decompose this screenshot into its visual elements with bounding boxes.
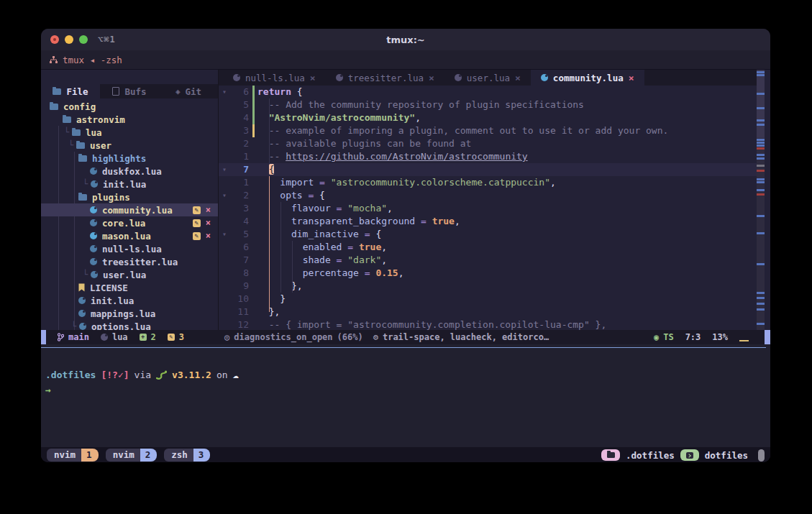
scroll-percent: 13% (712, 332, 728, 342)
code-line[interactable]: ▾2 opts = { (219, 189, 757, 202)
mode-indicator (41, 330, 46, 344)
tree-item-label: init.lua (91, 295, 134, 306)
shell-pane[interactable]: .dotfiles [!?✓] via v3.11.2 on ☁ → (41, 344, 770, 447)
code-line[interactable]: 12 -- { import = "astrocommunity.complet… (219, 318, 757, 330)
lua-icon (336, 74, 343, 81)
close-icon[interactable]: × (429, 73, 434, 83)
tmux-window-2[interactable]: nvim2 (106, 449, 158, 462)
close-button[interactable] (50, 35, 59, 44)
treesitter-label: TS (663, 332, 673, 342)
diagnostics-segment[interactable]: ◎ diagnostics_on_open (66%) (224, 332, 363, 342)
tree-item-mason-lua[interactable]: mason.lua✎× (41, 229, 218, 242)
lua-icon (90, 206, 97, 214)
zoom-button[interactable] (79, 35, 88, 44)
git-added-segment[interactable]: + 2 (140, 332, 156, 342)
close-icon[interactable]: × (515, 73, 521, 83)
code-line[interactable]: 11 }, (219, 306, 757, 318)
window-title: tmux:~ (41, 35, 770, 45)
code-line[interactable]: ▾7 { (219, 163, 757, 176)
token-bool: true (359, 242, 381, 252)
tree-item-label: mason.lua (102, 231, 151, 242)
line-number: 6 (230, 86, 249, 98)
close-icon[interactable]: × (629, 73, 634, 83)
tree-item-astronvim[interactable]: astronvim (41, 113, 218, 126)
tree-item-lua[interactable]: └lua (41, 126, 218, 139)
tree-connector: └ (83, 270, 91, 280)
git-changed-segment[interactable]: ✎ 3 (168, 332, 184, 342)
tmux-window-3[interactable]: zsh3 (164, 449, 210, 462)
token-fg: } (257, 293, 286, 304)
tree-item-community-lua[interactable]: community.lua✎× (41, 203, 218, 216)
sidebar-tab-git[interactable]: ◈ Git (159, 84, 218, 98)
scrollbar-mark (757, 303, 765, 305)
code-line[interactable]: 10 } (219, 293, 757, 306)
sidebar-tab-file[interactable]: File (41, 84, 100, 98)
tree-item-core-lua[interactable]: core.lua✎× (41, 216, 218, 229)
code-line[interactable]: 6 enabled = true, (219, 241, 757, 254)
editor[interactable]: ▾6return {5 -- Add the community reposit… (219, 86, 757, 330)
tree-item-LICENSE[interactable]: LICENSE (41, 281, 218, 294)
tree-item-user[interactable]: └user (41, 139, 218, 152)
scrollbar-thumb[interactable] (757, 70, 765, 138)
fold-column (219, 202, 230, 215)
code-text: -- https://github.com/AstroNvim/astrocom… (257, 150, 757, 163)
close-icon[interactable]: × (310, 73, 316, 83)
code-line[interactable]: 9 }, (219, 280, 757, 293)
minimize-button[interactable] (65, 35, 73, 44)
buffer-tab[interactable]: null-ls.lua× (223, 70, 326, 86)
tree-item-plugins[interactable]: plugins (41, 191, 218, 203)
tree-item-init-lua[interactable]: └init.lua (41, 178, 218, 191)
token-fg (257, 112, 269, 123)
code-line[interactable]: 7 shade = "dark", (219, 254, 757, 267)
git-branch-segment[interactable]: main (58, 332, 89, 342)
code-line[interactable]: 1 -- https://github.com/AstroNvim/astroc… (219, 150, 757, 163)
fold-column (219, 137, 230, 150)
token-id: dim_inactive (291, 229, 359, 239)
code-line[interactable]: 3 flavour = "mocha", (219, 202, 757, 215)
tree-item-null-ls-lua[interactable]: null-ls.lua (41, 242, 218, 255)
token-op: = (303, 190, 319, 201)
git-sign-column (249, 306, 257, 318)
tmux-window-1[interactable]: nvim1 (47, 449, 99, 462)
python-snake-icon (156, 370, 167, 380)
tree-item-config[interactable]: config (41, 100, 218, 113)
token-fg (257, 216, 291, 226)
titlebar[interactable]: ⌥⌘1 tmux:~ (41, 29, 770, 50)
token-kw: return (257, 86, 291, 97)
token-fg: , (550, 177, 556, 188)
tree-item-highlights[interactable]: highlights (41, 152, 218, 165)
statusline: main lua + 2 ✎ 3 ◎ diagnostics_on_open (… (41, 330, 770, 344)
lsp-segment[interactable]: ⚙ trail-space, luacheck, editorco… (373, 332, 549, 342)
code-line[interactable]: ▾6return { (219, 86, 757, 98)
buffer-tab-label: null-ls.lua (245, 73, 305, 83)
buffer-tab[interactable]: treesitter.lua× (326, 70, 444, 86)
code-line[interactable]: 5 -- Add the community repository of plu… (219, 98, 757, 111)
tree-item-init-lua[interactable]: init.lua (41, 294, 218, 307)
code-line[interactable]: 2 -- available plugins can be found at (219, 137, 757, 150)
tmux-tab-bar[interactable]: tmux ◂ -zsh (41, 50, 770, 70)
code-line[interactable]: 8 percentage = 0.15, (219, 267, 757, 280)
scrollbar-mark (757, 119, 765, 121)
tree-item-options-lua[interactable]: └options.lua (41, 320, 218, 330)
buffer-tab[interactable]: community.lua× (531, 70, 644, 86)
token-fg: , (381, 254, 387, 265)
tree-item-mappings-lua[interactable]: mappings.lua (41, 307, 218, 320)
tree-item-duskfox-lua[interactable]: duskfox.lua (41, 165, 218, 178)
code-line[interactable]: 3 -- example of imporing a plugin, comme… (219, 124, 757, 137)
git-sign-column (249, 150, 257, 163)
scrollbar[interactable] (757, 70, 765, 330)
tree-item-label: lua (86, 127, 102, 138)
code-line[interactable]: 1 import = "astrocommunity.colorscheme.c… (219, 176, 757, 189)
token-bool: true (432, 216, 455, 226)
sidebar-tab-bufs[interactable]: Bufs (100, 84, 159, 98)
code-line[interactable]: 4 transparent_background = true, (219, 215, 757, 228)
code-text: -- { import = "astrocommunity.completion… (257, 318, 757, 330)
code-line[interactable]: 4 "AstroNvim/astrocommunity", (219, 111, 757, 124)
tree-item-treesitter-lua[interactable]: treesitter.lua (41, 255, 218, 268)
license-icon (78, 283, 85, 292)
unstaged-icon: × (206, 231, 211, 240)
buffer-tab[interactable]: user.lua× (444, 70, 531, 86)
unstaged-icon: × (206, 206, 211, 214)
code-line[interactable]: ▾5 dim_inactive = { (219, 228, 757, 241)
tree-item-user-lua[interactable]: └user.lua (41, 268, 218, 281)
